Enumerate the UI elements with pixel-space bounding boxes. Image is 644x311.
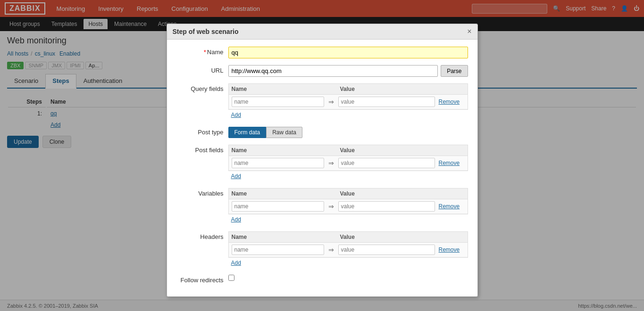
query-col-value: Value	[340, 86, 436, 92]
query-remove-link[interactable]: Remove	[439, 98, 465, 105]
post-type-row: Post type Form data Raw data	[176, 127, 468, 138]
name-input[interactable]	[228, 47, 468, 58]
query-value-input[interactable]	[338, 97, 435, 107]
query-add-link[interactable]: Add	[228, 110, 468, 120]
query-col-action	[436, 86, 465, 92]
query-header: Name Value	[229, 84, 468, 95]
query-col-name: Name	[232, 86, 326, 92]
url-input[interactable]	[228, 65, 438, 77]
name-row: *Name	[176, 47, 468, 58]
url-row: URL Parse	[176, 65, 468, 77]
query-col-arrow	[326, 86, 340, 92]
post-type-label: Post type	[176, 127, 228, 136]
modal: Step of web scenario × *Name URL Parse	[167, 24, 478, 153]
name-label: *Name	[176, 47, 228, 56]
query-fields-table: Name Value ⇒ Remove	[228, 83, 468, 110]
name-control	[228, 47, 468, 58]
modal-header: Step of web scenario ×	[167, 24, 477, 40]
post-type-group: Form data Raw data	[228, 127, 468, 138]
post-fields-control: Name Value ⇒ Remove Add	[228, 145, 468, 153]
query-name-input[interactable]	[232, 97, 324, 107]
parse-button[interactable]: Parse	[441, 65, 468, 77]
post-type-raw-data[interactable]: Raw data	[266, 127, 302, 138]
post-fields-table: Name Value ⇒ Remove	[228, 145, 468, 153]
query-field-row: ⇒ Remove	[229, 95, 468, 109]
url-label: URL	[176, 65, 228, 74]
query-arrow-icon: ⇒	[326, 98, 336, 106]
name-required: *	[204, 49, 206, 56]
post-col-name: Name	[232, 147, 326, 153]
modal-close-button[interactable]: ×	[467, 28, 471, 35]
post-header: Name Value	[229, 145, 468, 153]
modal-overlay: Step of web scenario × *Name URL Parse	[0, 0, 644, 153]
modal-body: *Name URL Parse Query fields	[167, 40, 477, 153]
post-fields-label: Post fields	[176, 145, 228, 153]
post-type-form-data[interactable]: Form data	[228, 127, 267, 138]
query-fields-row: Query fields Name Value ⇒	[176, 83, 468, 120]
modal-title: Step of web scenario	[173, 28, 239, 35]
post-col-arrow	[326, 147, 340, 153]
post-fields-row: Post fields Name Value ⇒	[176, 145, 468, 153]
post-col-value: Value	[340, 147, 436, 153]
query-fields-label: Query fields	[176, 83, 228, 92]
url-control: Parse	[228, 65, 468, 77]
post-col-action	[436, 147, 465, 153]
post-type-control: Form data Raw data	[228, 127, 468, 138]
query-fields-control: Name Value ⇒ Remove Add	[228, 83, 468, 120]
